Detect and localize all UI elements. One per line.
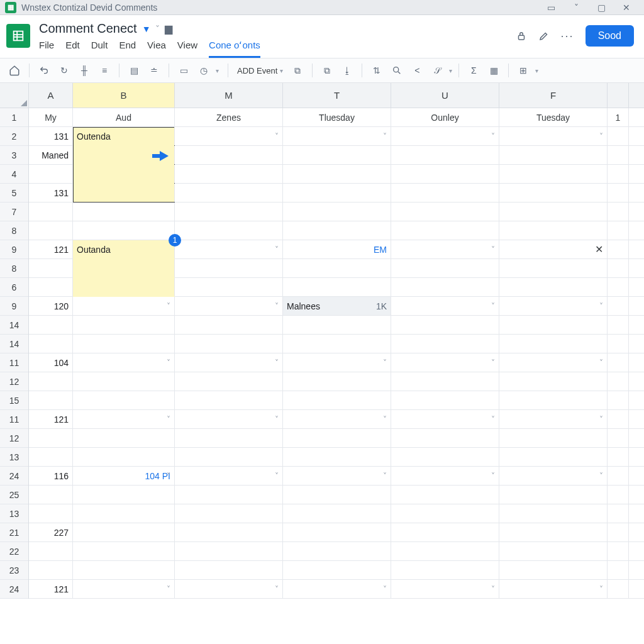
cell[interactable] bbox=[608, 184, 629, 202]
row-header[interactable]: 3 bbox=[0, 146, 28, 165]
cell[interactable]: ˅ bbox=[391, 353, 499, 372]
chevron-down-icon[interactable]: ˅ bbox=[491, 585, 495, 594]
cell[interactable] bbox=[499, 259, 608, 277]
cell[interactable] bbox=[499, 486, 608, 504]
row-header[interactable]: 21 bbox=[0, 523, 28, 542]
sheets-logo-icon[interactable] bbox=[6, 24, 30, 48]
cell[interactable]: ˅ bbox=[175, 353, 283, 372]
chevron-down-icon[interactable]: ˅ bbox=[491, 472, 495, 480]
cell[interactable] bbox=[73, 448, 175, 466]
cell[interactable]: ˅ bbox=[499, 353, 608, 372]
header-cell-F[interactable]: Tuesday bbox=[499, 108, 608, 126]
row-header[interactable]: 13 bbox=[0, 504, 28, 523]
cell[interactable]: ˅ bbox=[175, 410, 283, 428]
row-header[interactable]: 7 bbox=[0, 203, 28, 221]
window-close-icon[interactable]: ✕ bbox=[614, 0, 639, 15]
cell[interactable] bbox=[391, 203, 499, 221]
cell[interactable] bbox=[608, 580, 629, 598]
cell[interactable] bbox=[608, 240, 629, 258]
comment-count-badge[interactable]: 1 bbox=[169, 234, 181, 247]
cell[interactable] bbox=[175, 146, 283, 164]
row-header[interactable]: 8 bbox=[0, 259, 28, 278]
chevron-down-icon[interactable]: ˅ bbox=[167, 472, 170, 480]
cell[interactable] bbox=[73, 372, 175, 391]
cell[interactable] bbox=[391, 316, 499, 334]
cell[interactable] bbox=[29, 561, 73, 579]
cell[interactable] bbox=[175, 391, 283, 409]
cell[interactable] bbox=[608, 221, 629, 240]
cell[interactable]: ˅ bbox=[499, 410, 608, 428]
menu-view[interactable]: View bbox=[177, 40, 197, 58]
cell[interactable] bbox=[73, 335, 175, 353]
cell[interactable] bbox=[29, 203, 73, 221]
cell[interactable]: ˅ bbox=[283, 467, 391, 485]
window-max-icon[interactable]: ▢ bbox=[589, 0, 614, 15]
cell[interactable] bbox=[608, 203, 629, 221]
chevron-down-icon[interactable]: ˅ bbox=[599, 585, 603, 594]
cell[interactable] bbox=[283, 316, 391, 334]
chevron-down-icon[interactable]: ˅ bbox=[167, 358, 170, 367]
chevron-down-icon[interactable]: ˅ bbox=[491, 302, 495, 311]
cell[interactable]: ˅ bbox=[283, 580, 391, 598]
cell[interactable] bbox=[391, 429, 499, 447]
grid-area[interactable]: My Aud Zenes Tluesday Ounley Tuesday 1 1… bbox=[29, 108, 644, 599]
cell[interactable]: ˅ bbox=[391, 240, 499, 258]
zoom-icon[interactable] bbox=[389, 62, 405, 79]
chevron-down-icon[interactable]: ˅ bbox=[383, 132, 387, 141]
chevron-down-icon[interactable]: ˅ bbox=[491, 245, 495, 254]
row-header[interactable]: 24 bbox=[0, 467, 28, 486]
cell[interactable] bbox=[29, 391, 73, 409]
cell[interactable] bbox=[608, 372, 629, 391]
cell[interactable] bbox=[283, 448, 391, 466]
cell[interactable] bbox=[499, 184, 608, 202]
cell[interactable] bbox=[29, 221, 73, 240]
cell[interactable]: ˅ bbox=[175, 127, 283, 145]
cell[interactable] bbox=[73, 165, 175, 183]
cell[interactable] bbox=[391, 184, 499, 202]
window-chevron-icon[interactable]: ˅ bbox=[564, 0, 589, 15]
link-icon[interactable]: 𝒮 bbox=[429, 62, 445, 79]
cell[interactable] bbox=[499, 221, 608, 240]
chevron-down-icon[interactable]: ˅ bbox=[491, 132, 495, 141]
table-icon[interactable]: ⊞ bbox=[515, 62, 531, 79]
cell[interactable]: 121 bbox=[29, 580, 73, 598]
header-cell-U[interactable]: Ounley bbox=[391, 108, 499, 126]
chevron-down-icon[interactable]: ˅ bbox=[599, 415, 603, 424]
chevron-down-icon[interactable]: ˅ bbox=[599, 302, 603, 311]
chevron-down-icon[interactable]: ˅ bbox=[599, 358, 603, 367]
row-header[interactable]: 5 bbox=[0, 184, 28, 203]
cell[interactable] bbox=[608, 297, 629, 315]
cell[interactable]: ˅ bbox=[73, 353, 175, 372]
cell[interactable] bbox=[73, 316, 175, 334]
cell[interactable] bbox=[608, 542, 629, 560]
cell[interactable] bbox=[73, 278, 175, 296]
row-header[interactable]: 9 bbox=[0, 240, 28, 259]
column-header-M[interactable]: M bbox=[175, 83, 283, 108]
cell[interactable] bbox=[283, 203, 391, 221]
folder-icon[interactable]: ▆ bbox=[165, 23, 172, 35]
cell[interactable] bbox=[283, 335, 391, 353]
row-header[interactable]: 24 bbox=[0, 580, 28, 599]
cell[interactable] bbox=[608, 467, 629, 485]
cell[interactable]: 131 bbox=[29, 127, 73, 145]
row-header[interactable]: 14 bbox=[0, 316, 28, 335]
row-header[interactable]: 11 bbox=[0, 353, 28, 372]
cell[interactable] bbox=[283, 221, 391, 240]
cell[interactable] bbox=[175, 335, 283, 353]
cell[interactable]: ˅ bbox=[499, 467, 608, 485]
cell[interactable] bbox=[175, 448, 283, 466]
pen-icon[interactable] bbox=[538, 30, 550, 42]
cell[interactable] bbox=[391, 542, 499, 560]
cell[interactable] bbox=[29, 316, 73, 334]
home-icon[interactable] bbox=[6, 62, 23, 79]
cell[interactable]: Maned bbox=[29, 146, 73, 164]
cell[interactable] bbox=[175, 165, 283, 183]
cell[interactable] bbox=[608, 353, 629, 372]
cell[interactable] bbox=[175, 523, 283, 541]
cell[interactable] bbox=[283, 391, 391, 409]
cell[interactable] bbox=[499, 448, 608, 466]
menu-viea[interactable]: Viea bbox=[147, 40, 166, 58]
row-header[interactable]: 12 bbox=[0, 429, 28, 448]
cell[interactable] bbox=[73, 486, 175, 504]
cell[interactable]: ˅ bbox=[73, 580, 175, 598]
